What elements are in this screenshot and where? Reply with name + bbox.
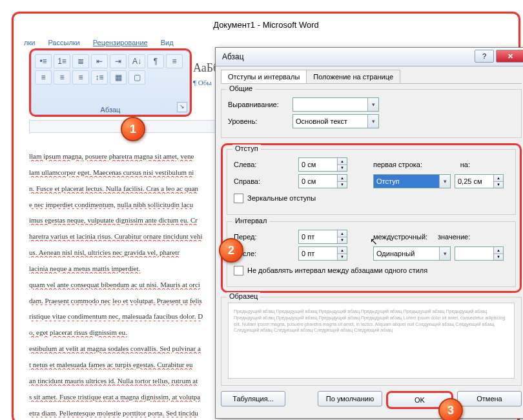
after-input[interactable]: 0 пт▲▼ (298, 246, 347, 261)
justify-icon[interactable]: ≡ (72, 70, 89, 85)
sort-icon[interactable]: A↓ (128, 54, 145, 68)
by-label: на: (438, 161, 474, 168)
highlighted-sections: Отступ Слева: 0 см▲▼ первая строка: на: … (221, 143, 522, 293)
right-indent-input[interactable]: 0 см▲▼ (298, 174, 347, 188)
dialog-launcher-icon[interactable]: ↘ (177, 102, 187, 112)
no-space-checkbox[interactable]: Не добавлять интервал между абзацами одн… (234, 263, 509, 277)
cancel-button[interactable]: Отмена (457, 391, 522, 406)
before-input[interactable]: 0 пт▲▼ (298, 230, 347, 244)
tabs-button[interactable]: Табуляция... (221, 391, 285, 406)
group-legend: Общие (227, 85, 255, 92)
alignment-label: Выравнивание: (228, 101, 292, 108)
level-combo[interactable]: Основной текст (292, 114, 379, 128)
group-spacing: Интервал Перед: 0 пт▲▼ междустрочный: зн… (227, 221, 516, 287)
group-legend: Интервал (232, 217, 269, 225)
ribbon-tab[interactable]: Вид (159, 37, 175, 48)
group-preview: Образец Предыдущий абзац Предыдущий абза… (221, 297, 522, 386)
numbering-icon[interactable]: 1≡ (54, 54, 70, 68)
group-general: Общие Выравнивание: Уровень: Основной те… (221, 89, 522, 138)
ribbon-tab-strip: лки Рассылки Рецензирование Вид (23, 37, 175, 48)
left-indent-label: Слева: (234, 161, 298, 168)
annotation-badge-1: 1 (121, 117, 145, 141)
shading-icon[interactable]: ▦ (110, 70, 127, 85)
right-indent-label: Справа: (234, 177, 298, 185)
increase-indent-icon[interactable]: ⇥ (110, 54, 127, 68)
preview-canvas: Предыдущий абзац Предыдущий абзац Предыд… (228, 303, 515, 379)
left-indent-input[interactable]: 0 см▲▼ (298, 157, 347, 172)
level-label: Уровень: (228, 117, 292, 125)
ribbon-tab[interactable]: Рассылки (46, 37, 81, 48)
tab-indents[interactable]: Отступы и интервалы (221, 70, 307, 83)
default-button[interactable]: По умолчанию (318, 391, 382, 406)
first-line-label: первая строка: (373, 161, 438, 168)
annotation-badge-3: 3 (438, 398, 463, 420)
by-input[interactable]: 0,25 см▲▼ (455, 174, 504, 188)
mirror-indents-checkbox[interactable]: Зеркальные отступы (234, 191, 509, 205)
borders-icon[interactable]: ▢ (128, 70, 145, 85)
tab-position[interactable]: Положение на странице (306, 70, 400, 83)
line-spacing-combo[interactable]: Одинарный (373, 246, 451, 261)
help-icon[interactable]: ? (475, 50, 494, 63)
align-left-icon[interactable]: ≡ (166, 54, 183, 68)
decrease-indent-icon[interactable]: ⇤ (91, 54, 108, 68)
ribbon-tab[interactable]: лки (23, 37, 36, 48)
nospace-label: Не добавлять интервал между абзацами одн… (247, 266, 427, 274)
mirror-label: Зеркальные отступы (247, 194, 316, 202)
paragraph-ribbon-group: •≡ 1≡ ≣ ⇤ ⇥ A↓ ¶ ≡ ≡ ≡ ≡ ↕≡ ▦ ▢ Абзац ↘ (29, 48, 192, 117)
group-legend: Образец (227, 292, 260, 300)
ribbon-tab[interactable]: Рецензирование (92, 37, 149, 48)
paragraph-dialog: Абзац ? ✕ Отступы и интервалы Положение … (215, 47, 523, 419)
bullets-icon[interactable]: •≡ (35, 54, 52, 68)
line-spacing-label: междустрочный: (373, 233, 438, 241)
annotation-badge-2: 2 (219, 238, 243, 263)
multilevel-list-icon[interactable]: ≣ (72, 54, 89, 68)
close-icon[interactable]: ✕ (496, 50, 523, 63)
align-right-icon[interactable]: ≡ (54, 70, 70, 85)
align-center-icon[interactable]: ≡ (35, 70, 52, 85)
before-label: Перед: (234, 233, 298, 241)
at-input[interactable]: ▲▼ (455, 246, 504, 261)
group-legend: Отступ (232, 145, 261, 152)
group-indent: Отступ Слева: 0 см▲▼ первая строка: на: … (227, 149, 516, 215)
ribbon-group-label: Абзац (31, 106, 190, 114)
alignment-combo[interactable] (292, 97, 379, 112)
after-label: После: (234, 250, 298, 257)
show-marks-icon[interactable]: ¶ (147, 54, 164, 68)
window-title: Документ1 - Microsoft Word (14, 20, 518, 30)
line-spacing-icon[interactable]: ↕≡ (91, 70, 108, 85)
first-line-combo[interactable]: Отступ (373, 174, 451, 188)
at-label: значение: (438, 233, 474, 241)
